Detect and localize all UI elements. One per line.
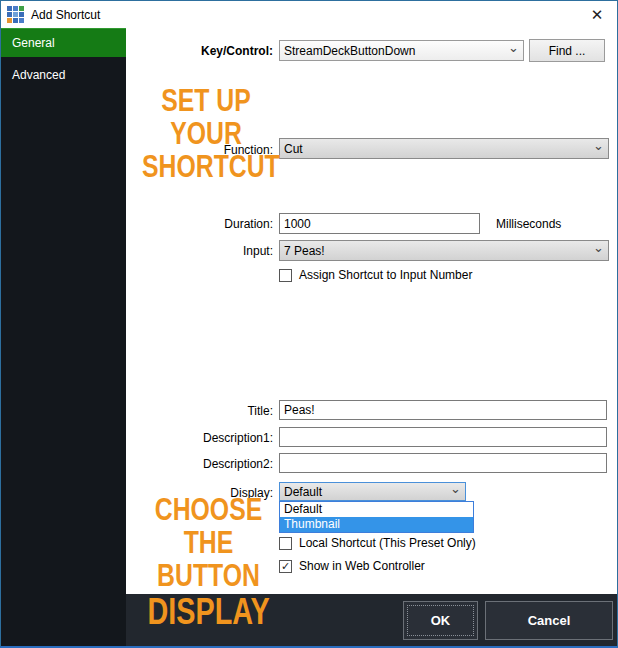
choose-annotation: CHOOSE THE BUTTON DISPLAY: [126, 494, 291, 631]
description1-label: Description1:: [183, 431, 273, 445]
add-shortcut-dialog: Add Shortcut ✕ General Advanced Key/Cont…: [0, 0, 618, 648]
checkbox-box: [279, 269, 292, 282]
duration-input[interactable]: [279, 213, 480, 234]
local-shortcut-checkbox[interactable]: Local Shortcut (This Preset Only): [279, 536, 476, 550]
chevron-down-icon: ⌄: [593, 243, 604, 253]
window-title: Add Shortcut: [31, 8, 100, 22]
title-input[interactable]: [279, 400, 607, 420]
title-bar: Add Shortcut ✕: [1, 1, 617, 28]
chevron-down-icon: ⌄: [593, 141, 604, 151]
choose-line: THE: [143, 527, 275, 560]
cancel-button[interactable]: Cancel: [485, 601, 613, 640]
sidebar-item-general[interactable]: General: [1, 28, 126, 57]
find-button[interactable]: Find ...: [529, 39, 605, 62]
chevron-down-icon: ⌄: [508, 43, 519, 53]
setup-line: YOUR: [142, 118, 270, 151]
setup-line: SET UP: [142, 85, 270, 118]
close-icon[interactable]: ✕: [587, 5, 607, 25]
dropdown-option-thumbnail[interactable]: Thumbnail: [280, 517, 473, 532]
key-control-combobox[interactable]: StreamDeckButtonDown ⌄: [279, 40, 524, 61]
assign-shortcut-checkbox[interactable]: Assign Shortcut to Input Number: [279, 268, 472, 282]
sidebar: General Advanced: [1, 28, 126, 648]
description2-label: Description2:: [183, 457, 273, 471]
web-controller-checkbox[interactable]: ✓ Show in Web Controller: [279, 559, 425, 573]
description2-input[interactable]: [279, 453, 607, 473]
milliseconds-label: Milliseconds: [496, 217, 561, 231]
app-grid-icon: [7, 6, 24, 23]
dropdown-option-default[interactable]: Default: [280, 502, 473, 517]
description1-input[interactable]: [279, 427, 607, 447]
setup-line: SHORTCUT: [142, 151, 270, 184]
duration-label: Duration:: [183, 217, 273, 231]
input-value: 7 Peas!: [284, 244, 325, 258]
display-combobox[interactable]: Default ⌄: [279, 482, 466, 501]
key-control-value: StreamDeckButtonDown: [284, 44, 415, 58]
choose-line: BUTTON: [143, 560, 275, 593]
function-combobox[interactable]: Cut ⌄: [279, 138, 609, 159]
input-combobox[interactable]: 7 Peas! ⌄: [279, 240, 609, 261]
web-controller-label: Show in Web Controller: [299, 559, 425, 573]
chevron-down-icon: ⌄: [450, 484, 461, 494]
sidebar-item-advanced[interactable]: Advanced: [1, 61, 126, 90]
input-label: Input:: [183, 244, 273, 258]
display-dropdown-list: Default Thumbnail: [279, 501, 474, 533]
choose-line: CHOOSE: [143, 494, 275, 527]
ok-button[interactable]: OK: [403, 601, 478, 640]
assign-shortcut-label: Assign Shortcut to Input Number: [299, 268, 472, 282]
key-control-label: Key/Control:: [183, 44, 273, 58]
main-panel: Key/Control: StreamDeckButtonDown ⌄ Find…: [126, 28, 618, 648]
function-value: Cut: [284, 142, 303, 156]
local-shortcut-label: Local Shortcut (This Preset Only): [299, 536, 476, 550]
choose-line: DISPLAY: [143, 593, 275, 631]
title-field-label: Title:: [183, 404, 273, 418]
setup-annotation: SET UP YOUR SHORTCUT: [126, 85, 286, 184]
